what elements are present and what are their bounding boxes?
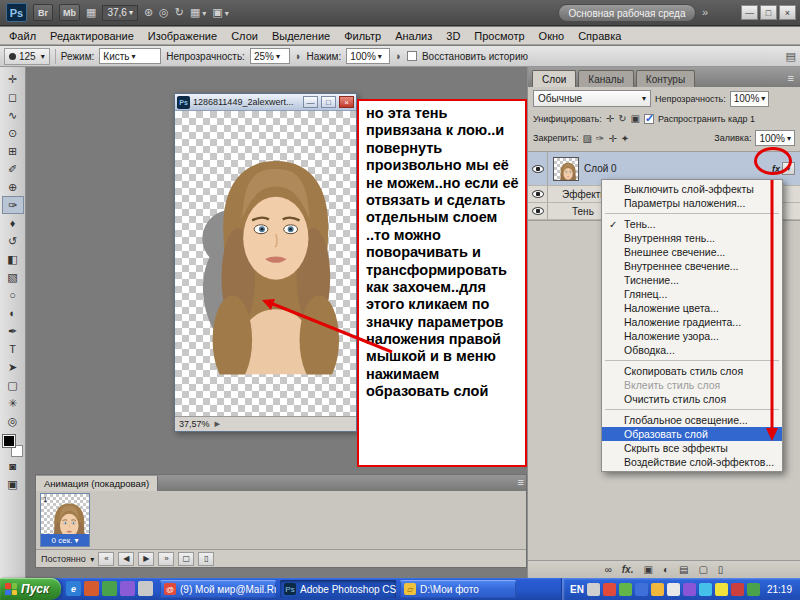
airbrush-icon[interactable] (295, 51, 302, 62)
zoom-tool-icon[interactable] (159, 7, 169, 18)
menu-item-satin[interactable]: Глянец... (602, 287, 782, 301)
quick-mask-icon[interactable] (2, 457, 24, 475)
tray-icon[interactable] (683, 583, 696, 596)
lasso-tool[interactable]: ∿ (2, 106, 24, 124)
new-group-icon[interactable] (679, 564, 688, 575)
menu-item-pattern-overlay[interactable]: Наложение узора... (602, 329, 782, 343)
foreground-color-swatch[interactable] (3, 435, 15, 447)
add-layer-mask-icon[interactable] (643, 564, 652, 575)
panel-menu-icon[interactable] (788, 72, 794, 84)
layer-opacity-select[interactable]: 100% (730, 91, 770, 107)
frame-thumbnail[interactable] (41, 494, 89, 534)
menu-item-disable-effects[interactable]: Выключить слой-эффекты (602, 182, 782, 196)
tray-icon[interactable] (731, 583, 744, 596)
doc-restore-button[interactable] (321, 96, 336, 108)
hand-tool-icon[interactable] (144, 7, 153, 18)
menu-item-stroke[interactable]: Обводка... (602, 343, 782, 357)
effects-label[interactable]: Эффекты (548, 189, 607, 200)
mini-bridge-icon[interactable]: Mb (59, 4, 80, 21)
taskbar-clock[interactable]: 21:19 (767, 584, 792, 595)
menu-item-global-light[interactable]: Глобальное освещение... (602, 413, 782, 427)
toggle-panels-icon[interactable] (786, 51, 796, 62)
first-frame-icon[interactable] (98, 552, 114, 566)
hand-tool[interactable]: ✳ (2, 394, 24, 412)
unify-visibility-icon[interactable] (618, 113, 626, 124)
quick-launch-ie-icon[interactable]: e (66, 581, 81, 596)
delete-frame-icon[interactable] (198, 552, 214, 566)
visibility-cell[interactable] (528, 203, 548, 219)
tray-icon[interactable] (635, 583, 648, 596)
eye-icon[interactable] (532, 207, 544, 215)
menu-analysis[interactable]: Анализ (388, 27, 439, 44)
view-extras-icon[interactable] (86, 7, 96, 18)
tab-channels[interactable]: Каналы (578, 70, 634, 87)
menu-file[interactable]: Файл (2, 27, 43, 44)
restore-history-checkbox[interactable] (407, 51, 417, 61)
tray-icon[interactable] (651, 583, 664, 596)
tab-layers[interactable]: Слои (532, 70, 576, 87)
rectangular-marquee-tool[interactable]: ◻ (2, 88, 24, 106)
menu-item-scale-effects[interactable]: Воздействие слой-эффектов... (602, 455, 782, 469)
animation-frame-1[interactable]: 1 0 сек. (40, 493, 90, 547)
arrange-documents-icon[interactable] (190, 7, 206, 18)
quick-launch-icon[interactable] (84, 581, 99, 596)
eye-icon[interactable] (532, 190, 544, 198)
brush-tool[interactable]: ✑ (2, 196, 24, 214)
tray-icon[interactable] (619, 583, 632, 596)
unify-style-icon[interactable] (631, 113, 640, 124)
link-layers-icon[interactable] (605, 564, 612, 575)
tray-icon[interactable] (667, 583, 680, 596)
eye-icon[interactable] (532, 165, 544, 173)
tab-animation[interactable]: Анимация (покадровая) (36, 476, 158, 491)
propagate-frame-checkbox[interactable] (644, 114, 654, 124)
visibility-cell[interactable] (528, 152, 548, 185)
healing-brush-tool[interactable]: ⊕ (2, 178, 24, 196)
dodge-tool[interactable]: ◐ (2, 304, 24, 322)
bridge-launcher-icon[interactable]: Br (33, 4, 53, 21)
doc-close-button[interactable] (339, 96, 354, 108)
document-zoom-value[interactable]: 37,57% (179, 419, 210, 429)
menu-item-inner-glow[interactable]: Внутреннее свечение... (602, 259, 782, 273)
document-canvas[interactable] (175, 111, 356, 416)
tray-icon[interactable] (747, 583, 760, 596)
status-options-icon[interactable] (215, 418, 221, 429)
menu-window[interactable]: Окно (532, 27, 572, 44)
path-selection-tool[interactable]: ➤ (2, 358, 24, 376)
menu-item-gradient-overlay[interactable]: Наложение градиента... (602, 315, 782, 329)
pen-tool[interactable]: ✒ (2, 322, 24, 340)
shadow-effect-label[interactable]: Тень (548, 206, 594, 217)
move-tool[interactable]: ✛ (2, 70, 24, 88)
restore-button[interactable] (760, 5, 777, 20)
quick-launch-icon[interactable] (120, 581, 135, 596)
flow-select[interactable]: 100% (346, 48, 390, 64)
menu-item-hide-all-effects[interactable]: Скрыть все эффекты (602, 441, 782, 455)
zoom-level-control[interactable]: 37,6 (102, 5, 137, 21)
crop-tool[interactable]: ⊞ (2, 142, 24, 160)
zoom-tool[interactable]: ◎ (2, 412, 24, 430)
menu-help[interactable]: Справка (571, 27, 628, 44)
language-indicator[interactable]: EN (570, 584, 584, 595)
quick-launch-icon[interactable] (102, 581, 117, 596)
layer-blend-mode-select[interactable]: Обычные (533, 90, 651, 107)
menu-3d[interactable]: 3D (439, 27, 467, 44)
menu-filter[interactable]: Фильтр (337, 27, 388, 44)
rotate-view-icon[interactable] (175, 7, 184, 18)
menu-item-create-layer[interactable]: Образовать слой (602, 427, 782, 441)
menu-item-bevel-emboss[interactable]: Тиснение... (602, 273, 782, 287)
play-icon[interactable] (138, 552, 154, 566)
menu-view[interactable]: Просмотр (467, 27, 531, 44)
adjustment-layer-icon[interactable] (663, 564, 669, 575)
animation-panel-menu-icon[interactable] (518, 476, 524, 488)
type-tool[interactable]: T (2, 340, 24, 358)
start-button[interactable]: Пуск (0, 578, 61, 600)
lock-transparency-icon[interactable] (583, 133, 592, 144)
layer-name[interactable]: Слой 0 (584, 163, 617, 174)
task-mail-ru[interactable]: @ (9) Мой мир@Mail.Ru... (160, 580, 276, 598)
tray-icon[interactable] (715, 583, 728, 596)
menu-layers[interactable]: Слои (224, 27, 265, 44)
lock-pixels-icon[interactable] (596, 133, 604, 144)
history-brush-tool[interactable]: ↺ (2, 232, 24, 250)
add-layer-style-icon[interactable] (622, 564, 634, 575)
close-button[interactable] (779, 5, 796, 20)
menu-item-copy-layer-style[interactable]: Скопировать стиль слоя (602, 364, 782, 378)
